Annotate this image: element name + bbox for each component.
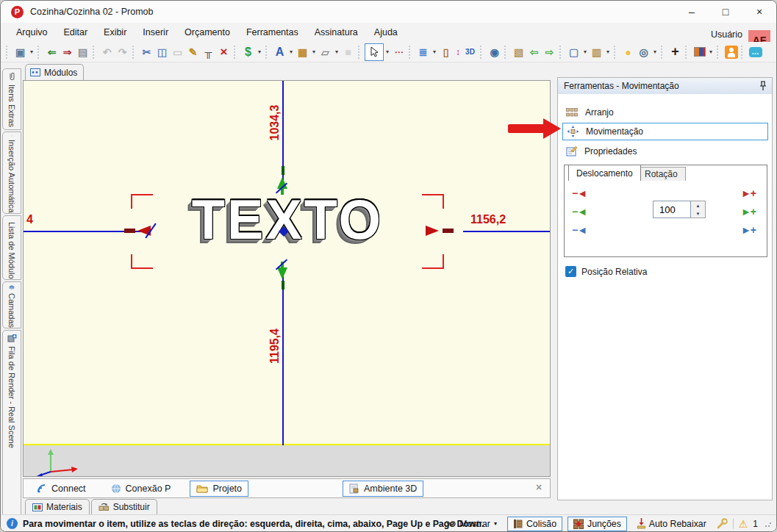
budget-icon[interactable]: $ — [240, 44, 256, 60]
walls-dropdown-icon[interactable]: ▾ — [310, 48, 318, 55]
menu-ferramentas[interactable]: Ferramentas — [238, 24, 307, 40]
menu-editar[interactable]: Editar — [55, 24, 96, 40]
sidebar-tab-itens-extras[interactable]: Itens Extras — [2, 68, 21, 130]
panel-item-label: Propriedades — [584, 146, 637, 157]
mostrar-dropdown[interactable]: Mostrar ▾ — [439, 517, 502, 531]
chat-icon[interactable]: … — [748, 44, 763, 60]
tab-rotacao[interactable]: Rotação — [637, 167, 686, 181]
menu-ajuda[interactable]: Ajuda — [366, 24, 406, 40]
panel-item-propriedades[interactable]: Propriedades — [562, 143, 768, 159]
pin-icon[interactable] — [759, 81, 767, 91]
brush-icon[interactable]: ✎ — [185, 44, 201, 60]
move-negative-x-button[interactable]: −◄ — [572, 187, 587, 199]
budget-dropdown-icon[interactable]: ▾ — [256, 48, 263, 55]
colisao-button[interactable]: Colisão — [507, 517, 562, 531]
copy-icon[interactable]: ◫ — [154, 44, 170, 60]
panel-item-movimentacao[interactable]: Movimentação — [562, 123, 768, 140]
view-cube-dropdown-icon[interactable]: ▾ — [581, 48, 589, 55]
undo-icon[interactable]: ↶ — [99, 44, 115, 60]
render-styles-dropdown-icon[interactable]: ▾ — [707, 48, 715, 55]
render-styles-icon[interactable] — [692, 44, 707, 60]
auto-rebaixar-button[interactable]: Auto Rebaixar — [632, 517, 712, 531]
close-tab-area-icon[interactable]: × — [536, 481, 542, 493]
user-account-icon[interactable] — [723, 44, 739, 60]
tab-deslocamento[interactable]: Deslocamento — [568, 165, 641, 181]
walls-icon[interactable]: ▦ — [295, 44, 310, 60]
measure-icon[interactable]: ⋯ — [391, 44, 407, 60]
paint-roller-icon[interactable]: ╥ — [201, 44, 216, 60]
posicao-relativa-checkbox[interactable]: ✓ — [565, 266, 576, 277]
3d-view-icon[interactable]: 3D — [462, 44, 478, 60]
camera-dropdown-icon[interactable]: ▾ — [651, 48, 659, 55]
cut-icon[interactable]: ✂ — [139, 44, 154, 60]
juncoes-button[interactable]: Junções — [567, 517, 627, 531]
redo-icon[interactable]: ↷ — [115, 44, 130, 60]
tab-projeto[interactable]: Projeto — [190, 481, 248, 497]
select-dropdown-icon[interactable]: ▾ — [384, 48, 391, 55]
view-cube-icon[interactable]: ▢ — [566, 44, 581, 60]
move-positive-x-button[interactable]: ►+ — [741, 187, 756, 199]
move-negative-y-button[interactable]: −◄ — [572, 206, 587, 218]
tab-conexao-p[interactable]: Conexão P — [105, 481, 177, 496]
sidebar-tab-fila-de-render[interactable]: Fila de Render - Real Scene — [2, 330, 21, 517]
tab-substituir-label: Substituir — [113, 502, 150, 512]
tab-ambiente-3d[interactable]: Ambiente 3D — [343, 481, 423, 497]
move-tool-icon[interactable]: + — [667, 44, 683, 60]
save-icon[interactable]: ▣ — [12, 44, 28, 60]
tab-connect-label: Connect — [51, 484, 86, 494]
crate-icon[interactable]: ▥ — [589, 44, 604, 60]
visibility-eye-icon[interactable]: ◉ — [487, 44, 502, 60]
text-tool-dropdown-icon[interactable]: ▾ — [287, 48, 295, 55]
move-negative-z-button[interactable]: −◄ — [572, 224, 587, 236]
resize-grip[interactable] — [765, 520, 772, 528]
tab-modulos[interactable]: Módulos — [25, 64, 84, 80]
menu-inserir[interactable]: Inserir — [135, 24, 176, 40]
tab-substituir[interactable]: Substituir — [91, 499, 157, 514]
layers-icon[interactable]: ≣ — [415, 44, 431, 60]
module-box-icon[interactable]: ▧ — [511, 44, 526, 60]
sidebar-tab-lista-de-modulos[interactable]: Lista de Módulos — [2, 215, 21, 280]
select-cursor-icon[interactable] — [365, 43, 384, 61]
camera-icon[interactable]: ◎ — [636, 44, 651, 60]
spin-down-button[interactable]: ▼ — [691, 209, 705, 218]
move-positive-y-button[interactable]: ►+ — [741, 206, 756, 218]
sidebar-tab-camadas[interactable]: Camadas — [2, 281, 21, 328]
texto-3d-object[interactable]: TEXTO — [148, 187, 426, 251]
height-arrows-icon[interactable]: ↕ — [454, 44, 462, 60]
panel-item-arranjo[interactable]: Arranjo — [562, 104, 768, 121]
shapes-icon[interactable]: ▱ — [318, 44, 333, 60]
maximize-button[interactable]: □ — [709, 1, 742, 23]
minimize-button[interactable]: – — [675, 1, 709, 23]
green-arrow-down-icon[interactable] — [277, 267, 287, 279]
nav-forward-icon[interactable]: ⇨ — [542, 44, 557, 60]
print-icon[interactable]: ▤ — [75, 44, 90, 60]
red-arrow-right-icon[interactable] — [426, 226, 439, 236]
paste-icon[interactable]: ▭ — [170, 44, 185, 60]
layers-dropdown-icon[interactable]: ▾ — [431, 48, 438, 55]
save-dropdown-icon[interactable]: ▾ — [28, 48, 35, 55]
import-icon[interactable]: ⇐ — [44, 44, 60, 60]
crate-dropdown-icon[interactable]: ▾ — [604, 48, 612, 55]
toolbar-separator — [614, 46, 618, 59]
sidebar-tab-insercao-automatica[interactable]: Inserção Automática — [2, 132, 21, 214]
door-height-icon[interactable]: ▯ — [438, 44, 454, 60]
menu-orcamento[interactable]: Orçamento — [176, 24, 238, 40]
spin-up-button[interactable]: ▲ — [691, 201, 705, 209]
export-icon[interactable]: ⇒ — [60, 44, 75, 60]
menu-exibir[interactable]: Exibir — [96, 24, 135, 40]
menu-arquivo[interactable]: Arquivo — [8, 24, 55, 40]
shapes-dropdown-icon[interactable]: ▾ — [333, 48, 340, 55]
warning-icon[interactable]: ⚠ — [739, 518, 748, 530]
move-positive-z-button[interactable]: ►+ — [741, 224, 756, 236]
nav-back-icon[interactable]: ⇦ — [526, 44, 542, 60]
tab-materiais[interactable]: Materiais — [25, 499, 90, 514]
delete-icon[interactable]: × — [216, 44, 232, 60]
menu-assinatura[interactable]: Assinatura — [307, 24, 366, 40]
wrench-icon[interactable] — [717, 518, 728, 529]
close-button[interactable]: × — [742, 1, 776, 23]
text-tool-icon[interactable]: A — [272, 44, 287, 60]
light-icon[interactable]: ● — [620, 44, 636, 60]
design-canvas[interactable]: 1034,3 1195,4 4 1156,2 TEXTO — [23, 80, 551, 477]
tab-connect[interactable]: Connect — [31, 481, 92, 496]
distance-input[interactable] — [653, 201, 691, 218]
